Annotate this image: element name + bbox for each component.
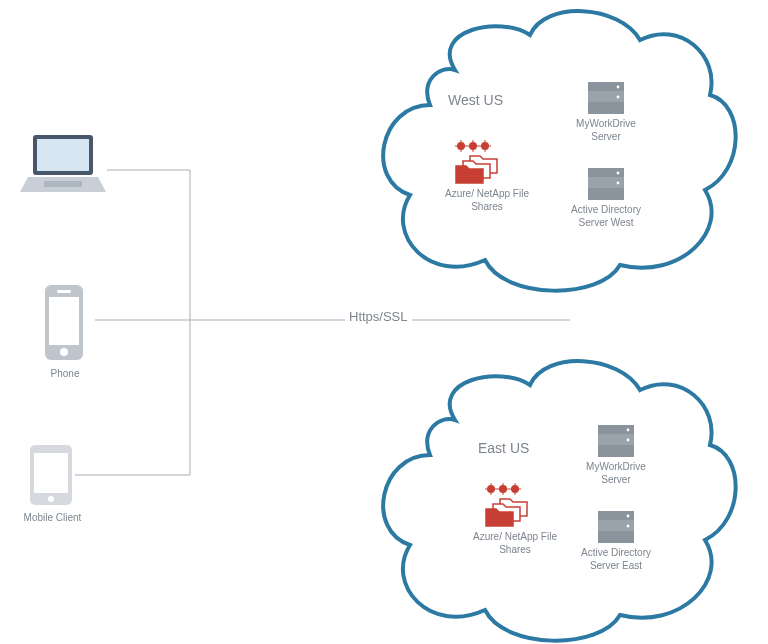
svg-point-30: [617, 172, 620, 175]
phone-icon: [45, 285, 83, 360]
svg-rect-1: [37, 139, 89, 171]
svg-point-6: [60, 348, 68, 356]
svg-point-31: [617, 182, 620, 185]
svg-point-51: [627, 515, 630, 518]
svg-rect-29: [588, 188, 624, 200]
region-label-east: East US: [478, 440, 529, 456]
server1-label-east: MyWorkDrive Server: [580, 461, 652, 486]
svg-rect-44: [598, 445, 634, 457]
mobile-client-icon: [30, 445, 72, 505]
svg-point-46: [627, 439, 630, 442]
server-icon-east-2: [598, 511, 634, 543]
svg-rect-3: [44, 181, 82, 187]
server2-label-east: Active Directory Server East: [572, 547, 660, 572]
connection-protocol-label: Https/SSL: [345, 309, 412, 324]
svg-rect-23: [588, 102, 624, 114]
server2-label-west: Active Directory Server West: [562, 204, 650, 229]
svg-rect-9: [34, 453, 68, 493]
file-shares-label-east: Azure/ NetApp File Shares: [460, 531, 570, 556]
svg-point-10: [48, 496, 54, 502]
server1-label-west: MyWorkDrive Server: [570, 118, 642, 143]
svg-point-24: [617, 86, 620, 89]
file-shares-label-west: Azure/ NetApp File Shares: [432, 188, 542, 213]
cloud-west: [383, 11, 735, 291]
svg-rect-5: [49, 297, 79, 345]
server-icon-east-1: [598, 425, 634, 457]
mobile-client-label: Mobile Client: [15, 512, 90, 525]
region-label-west: West US: [448, 92, 503, 108]
server-icon-west-2: [588, 168, 624, 200]
svg-point-52: [627, 525, 630, 528]
svg-point-45: [627, 429, 630, 432]
cloud-east: [383, 361, 735, 641]
server-icon-west-1: [588, 82, 624, 114]
phone-label: Phone: [30, 368, 100, 381]
laptop-icon: [20, 135, 106, 192]
svg-point-25: [617, 96, 620, 99]
svg-rect-7: [57, 290, 71, 293]
svg-rect-50: [598, 531, 634, 543]
